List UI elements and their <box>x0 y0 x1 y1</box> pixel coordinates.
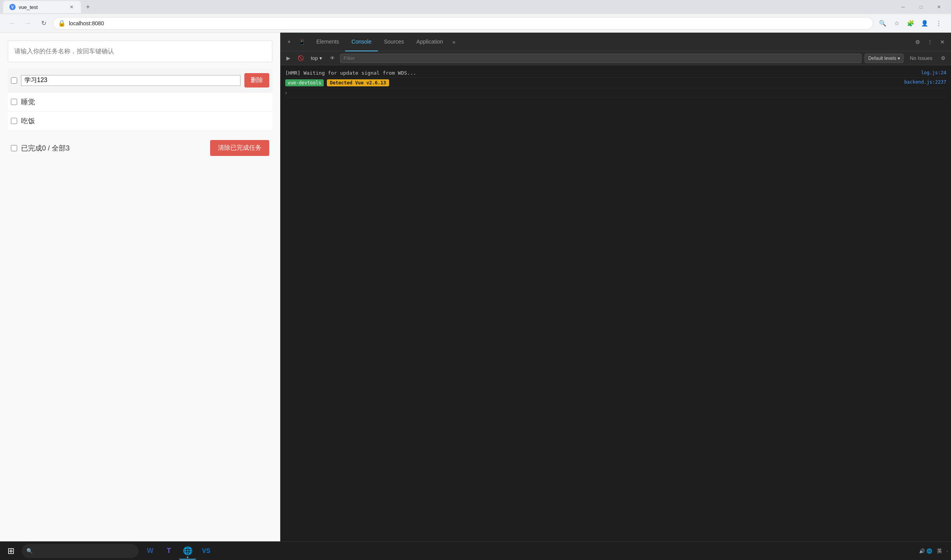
devtools-tabs: Elements Console Sources Application » <box>310 33 909 51</box>
devtools-actions: ⚙ ⋮ ✕ <box>909 37 951 47</box>
task-list: 删除 睡觉 吃饭 <box>8 68 272 131</box>
context-selector[interactable]: top ▾ <box>309 54 325 62</box>
task-input[interactable] <box>8 40 272 62</box>
new-tab-button[interactable]: + <box>82 2 93 12</box>
search-icon[interactable]: 🔍 <box>876 17 889 30</box>
context-dropdown-arrow: ▾ <box>319 55 322 61</box>
levels-arrow: ▾ <box>898 56 900 61</box>
search-icon: 🔍 <box>26 548 33 554</box>
chrome-icon: 🌐 <box>183 546 193 555</box>
word-icon: W <box>147 547 154 555</box>
more-tabs-button[interactable]: » <box>449 39 459 45</box>
run-script-icon[interactable]: ▶ <box>284 54 293 63</box>
hmr-source[interactable]: log.js:24 <box>921 70 946 75</box>
tray-icons: 🔊 🌐 <box>919 548 932 554</box>
taskbar-search[interactable]: 🔍 <box>22 544 139 558</box>
app-open-indicator <box>187 556 188 558</box>
tab-console[interactable]: Console <box>345 33 377 51</box>
filter-input[interactable] <box>340 54 862 63</box>
tab-elements[interactable]: Elements <box>310 33 345 51</box>
reload-button[interactable]: ↻ <box>37 17 50 30</box>
devtools-icons: ⌖ 📱 <box>281 37 310 47</box>
task-text: 吃饭 <box>21 116 269 126</box>
task-checkbox[interactable] <box>11 118 17 124</box>
no-issues-text: No Issues <box>910 55 932 61</box>
taskbar-app-typora[interactable]: T <box>160 542 177 560</box>
device-toggle-icon[interactable]: 📱 <box>296 37 307 47</box>
task-checkbox[interactable] <box>11 99 17 105</box>
taskbar-app-word[interactable]: W <box>142 542 159 560</box>
footer-checkbox[interactable] <box>11 145 17 151</box>
bookmark-icon[interactable]: ☆ <box>890 17 903 30</box>
devtools-settings-icon[interactable]: ⚙ <box>912 37 923 47</box>
console-line: [HMR] Waiting for update signal from WDS… <box>285 68 946 78</box>
taskbar-apps: W T 🌐 VS <box>142 542 215 560</box>
task-item: 删除 <box>8 68 272 93</box>
title-bar: vue_test ✕ + ─ □ ✕ <box>0 0 951 14</box>
task-checkbox[interactable] <box>11 77 17 84</box>
tab-sources[interactable]: Sources <box>378 33 410 51</box>
start-button[interactable]: ⊞ <box>3 543 19 559</box>
levels-selector[interactable]: Default levels ▾ <box>865 54 904 63</box>
task-text: 睡觉 <box>21 97 269 107</box>
eye-icon[interactable]: 👁 <box>328 54 337 63</box>
address-text: localhost:8080 <box>69 20 868 26</box>
devtools-panel: ⌖ 📱 Elements Console Sources Application… <box>280 33 951 541</box>
tab-favicon <box>9 4 16 10</box>
main-area: 删除 睡觉 吃饭 已完成0 / 全部3 清除已完成任务 <box>0 33 951 541</box>
taskbar-right: 🔊 🌐 英 · <box>919 542 948 560</box>
window-controls: ─ □ ✕ <box>894 1 948 13</box>
clear-button[interactable]: 清除已完成任务 <box>210 140 269 156</box>
console-toolbar: ▶ 🚫 top ▾ 👁 Default levels ▾ No Issues ⚙ <box>281 51 951 65</box>
extension-icon[interactable]: 🧩 <box>904 17 917 30</box>
clear-console-icon[interactable]: 🚫 <box>296 54 305 63</box>
forward-button[interactable]: → <box>22 17 34 30</box>
tab-close-button[interactable]: ✕ <box>68 4 75 10</box>
taskbar: ⊞ 🔍 W T 🌐 VS 🔊 � <box>0 541 951 560</box>
profile-icon[interactable]: 👤 <box>918 17 931 30</box>
task-edit-input[interactable] <box>21 75 240 86</box>
delete-button[interactable]: 删除 <box>244 73 269 88</box>
taskbar-app-vscode[interactable]: VS <box>198 542 215 560</box>
app-content: 删除 睡觉 吃饭 已完成0 / 全部3 清除已完成任务 <box>0 33 280 541</box>
minimize-button[interactable]: ─ <box>894 1 912 13</box>
console-line: vue-devtools Detected Vue v2.6.13 backen… <box>285 78 946 88</box>
close-button[interactable]: ✕ <box>930 1 948 13</box>
tab-application[interactable]: Application <box>410 33 449 51</box>
active-tab[interactable]: vue_test ✕ <box>3 1 81 13</box>
back-button[interactable]: ← <box>6 17 19 30</box>
taskbar-language[interactable]: 英 <box>934 542 945 560</box>
clock-time: · <box>947 548 948 554</box>
vscode-icon: VS <box>202 548 210 555</box>
address-bar[interactable]: 🔒 localhost:8080 <box>53 17 873 30</box>
footer-text: 已完成0 / 全部3 <box>21 144 210 153</box>
task-item: 吃饭 <box>8 112 272 131</box>
start-icon: ⊞ <box>7 546 14 556</box>
lock-icon: 🔒 <box>58 19 66 27</box>
maximize-button[interactable]: □ <box>912 1 930 13</box>
taskbar-tray[interactable]: 🔊 🌐 <box>919 548 932 554</box>
taskbar-clock[interactable]: · <box>947 548 948 554</box>
vue-devtools-badge: vue-devtools <box>285 79 324 86</box>
levels-label: Default levels <box>868 56 896 61</box>
task-footer: 已完成0 / 全部3 清除已完成任务 <box>8 134 272 162</box>
inspect-element-icon[interactable]: ⌖ <box>284 37 295 47</box>
devtools-more-icon[interactable]: ⋮ <box>925 37 935 47</box>
devtools-close-icon[interactable]: ✕ <box>937 37 948 47</box>
console-output[interactable]: [HMR] Waiting for update signal from WDS… <box>281 65 951 541</box>
language-indicator: 英 <box>937 548 942 555</box>
task-input-wrapper <box>8 40 272 62</box>
nav-bar: ← → ↻ 🔒 localhost:8080 🔍 ☆ 🧩 👤 ⋮ <box>0 14 951 33</box>
console-settings-icon[interactable]: ⚙ <box>939 54 948 63</box>
console-prompt[interactable]: › <box>285 88 946 98</box>
vue-source[interactable]: backend.js:2237 <box>904 79 946 85</box>
devtools-header: ⌖ 📱 Elements Console Sources Application… <box>281 33 951 51</box>
context-label: top <box>311 55 318 61</box>
taskbar-app-chrome[interactable]: 🌐 <box>179 542 196 560</box>
nav-actions: 🔍 ☆ 🧩 👤 ⋮ <box>876 17 945 30</box>
no-issues-indicator: No Issues <box>907 54 935 62</box>
typora-icon: T <box>167 547 171 555</box>
more-icon[interactable]: ⋮ <box>932 17 945 30</box>
hmr-message: [HMR] Waiting for update signal from WDS… <box>285 70 918 76</box>
console-arrow-icon: › <box>285 90 291 96</box>
